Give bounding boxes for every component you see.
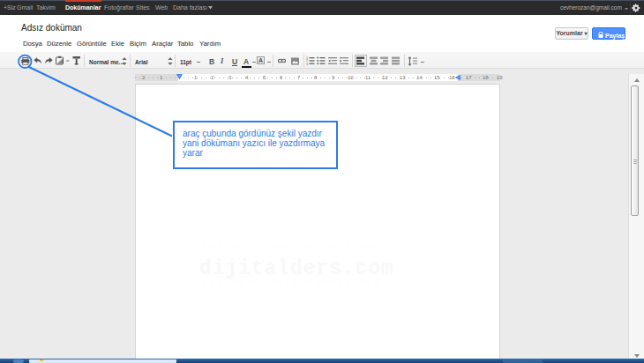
- svg-text:3: 3: [306, 63, 308, 65]
